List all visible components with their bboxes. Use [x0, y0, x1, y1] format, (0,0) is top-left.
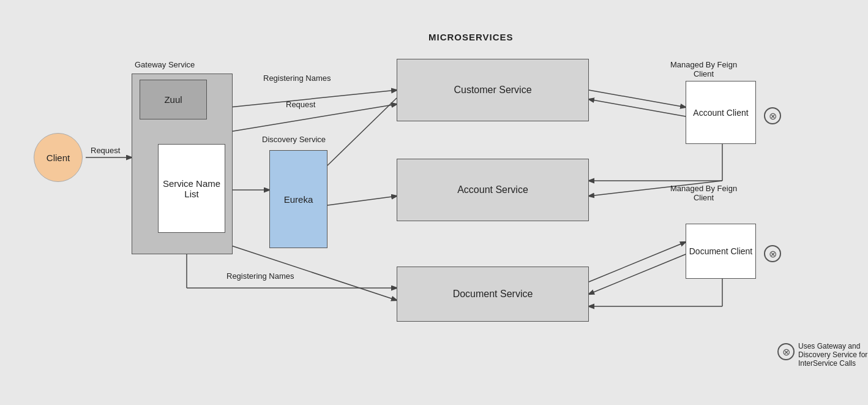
customer-service-box: Customer Service [397, 59, 589, 121]
service-name-list-label: Service Name List [159, 178, 225, 199]
account-client-label: Account Client [693, 108, 748, 118]
account-service-label: Account Service [457, 184, 528, 195]
discovery-service-label: Discovery Service [262, 135, 326, 144]
document-client-box: Document Client [686, 224, 756, 279]
zuul-box: Zuul [140, 80, 207, 119]
svg-line-12 [589, 242, 686, 282]
request-label-1: Request [91, 146, 120, 155]
legend: ⊗ Uses Gateway and Discovery Service for… [777, 342, 868, 368]
account-client-xmark: ⊗ [764, 107, 781, 124]
request-label-2: Request [286, 100, 315, 109]
managed-feign-2-label: Managed By Feign Client [670, 175, 737, 202]
svg-line-3 [589, 90, 686, 107]
gateway-service-label: Gateway Service [135, 60, 195, 69]
legend-text: Uses Gateway and Discovery Service for I… [798, 342, 868, 368]
registering-names-1-label: Registering Names [263, 74, 331, 83]
client-label: Client [47, 153, 70, 163]
document-service-box: Document Service [397, 267, 589, 322]
eureka-box: Eureka [269, 150, 327, 248]
microservices-label: MICROSERVICES [428, 32, 514, 42]
eureka-label: Eureka [284, 194, 313, 205]
document-service-label: Document Service [453, 289, 533, 300]
document-client-xmark: ⊗ [764, 245, 781, 262]
service-name-list-box: Service Name List [158, 144, 225, 233]
svg-line-17 [327, 98, 397, 165]
svg-line-4 [589, 99, 686, 116]
account-client-box: Account Client [686, 81, 756, 144]
document-client-label: Document Client [689, 246, 753, 256]
zuul-label: Zuul [164, 94, 182, 105]
registering-names-2-label: Registering Names [226, 271, 294, 281]
account-service-box: Account Service [397, 159, 589, 221]
managed-feign-1-label: Managed By Feign Client [670, 51, 737, 78]
client-node: Client [34, 133, 83, 182]
svg-line-8 [327, 196, 397, 205]
svg-line-13 [589, 254, 686, 294]
customer-service-label: Customer Service [454, 85, 531, 96]
diagram: Client Request Gateway Service Zuul Serv… [0, 0, 868, 405]
